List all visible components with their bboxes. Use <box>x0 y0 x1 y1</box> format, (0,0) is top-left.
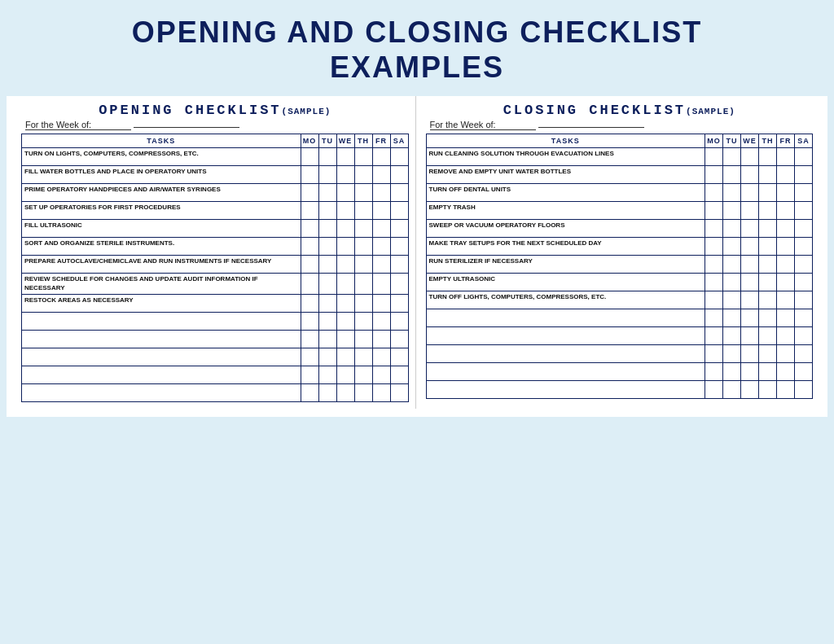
day-checkbox-cell[interactable] <box>301 348 318 366</box>
day-checkbox-cell[interactable] <box>336 274 354 295</box>
day-checkbox-cell[interactable] <box>723 291 741 309</box>
day-checkbox-cell[interactable] <box>354 166 372 184</box>
day-checkbox-cell[interactable] <box>318 295 336 313</box>
day-checkbox-cell[interactable] <box>723 327 741 345</box>
day-checkbox-cell[interactable] <box>372 384 390 402</box>
day-checkbox-cell[interactable] <box>336 331 354 348</box>
day-checkbox-cell[interactable] <box>390 384 408 402</box>
day-checkbox-cell[interactable] <box>354 202 372 220</box>
day-checkbox-cell[interactable] <box>336 295 354 313</box>
day-checkbox-cell[interactable] <box>372 274 390 295</box>
day-checkbox-cell[interactable] <box>372 148 390 166</box>
day-checkbox-cell[interactable] <box>795 184 813 202</box>
day-checkbox-cell[interactable] <box>741 345 759 363</box>
day-checkbox-cell[interactable] <box>705 166 723 184</box>
day-checkbox-cell[interactable] <box>741 166 759 184</box>
day-checkbox-cell[interactable] <box>390 331 408 348</box>
day-checkbox-cell[interactable] <box>336 348 354 366</box>
day-checkbox-cell[interactable] <box>354 348 372 366</box>
day-checkbox-cell[interactable] <box>336 184 354 202</box>
day-checkbox-cell[interactable] <box>759 220 777 238</box>
day-checkbox-cell[interactable] <box>301 238 318 256</box>
day-checkbox-cell[interactable] <box>741 238 759 256</box>
day-checkbox-cell[interactable] <box>723 309 741 327</box>
day-checkbox-cell[interactable] <box>759 381 777 399</box>
day-checkbox-cell[interactable] <box>318 366 336 384</box>
day-checkbox-cell[interactable] <box>354 238 372 256</box>
day-checkbox-cell[interactable] <box>741 202 759 220</box>
day-checkbox-cell[interactable] <box>318 384 336 402</box>
day-checkbox-cell[interactable] <box>301 202 318 220</box>
day-checkbox-cell[interactable] <box>354 184 372 202</box>
day-checkbox-cell[interactable] <box>372 348 390 366</box>
day-checkbox-cell[interactable] <box>354 313 372 331</box>
day-checkbox-cell[interactable] <box>723 148 741 166</box>
day-checkbox-cell[interactable] <box>318 220 336 238</box>
day-checkbox-cell[interactable] <box>318 148 336 166</box>
day-checkbox-cell[interactable] <box>390 256 408 274</box>
day-checkbox-cell[interactable] <box>741 148 759 166</box>
day-checkbox-cell[interactable] <box>301 274 318 295</box>
day-checkbox-cell[interactable] <box>301 166 318 184</box>
day-checkbox-cell[interactable] <box>705 274 723 291</box>
day-checkbox-cell[interactable] <box>705 256 723 274</box>
day-checkbox-cell[interactable] <box>354 220 372 238</box>
day-checkbox-cell[interactable] <box>759 309 777 327</box>
day-checkbox-cell[interactable] <box>705 202 723 220</box>
day-checkbox-cell[interactable] <box>318 331 336 348</box>
day-checkbox-cell[interactable] <box>741 363 759 381</box>
day-checkbox-cell[interactable] <box>705 238 723 256</box>
day-checkbox-cell[interactable] <box>390 184 408 202</box>
day-checkbox-cell[interactable] <box>759 345 777 363</box>
day-checkbox-cell[interactable] <box>723 256 741 274</box>
day-checkbox-cell[interactable] <box>301 366 318 384</box>
day-checkbox-cell[interactable] <box>301 148 318 166</box>
day-checkbox-cell[interactable] <box>354 331 372 348</box>
day-checkbox-cell[interactable] <box>741 256 759 274</box>
day-checkbox-cell[interactable] <box>777 202 795 220</box>
day-checkbox-cell[interactable] <box>372 166 390 184</box>
day-checkbox-cell[interactable] <box>318 166 336 184</box>
day-checkbox-cell[interactable] <box>795 381 813 399</box>
day-checkbox-cell[interactable] <box>318 313 336 331</box>
day-checkbox-cell[interactable] <box>372 220 390 238</box>
day-checkbox-cell[interactable] <box>390 366 408 384</box>
day-checkbox-cell[interactable] <box>795 166 813 184</box>
day-checkbox-cell[interactable] <box>795 238 813 256</box>
day-checkbox-cell[interactable] <box>723 220 741 238</box>
day-checkbox-cell[interactable] <box>318 238 336 256</box>
day-checkbox-cell[interactable] <box>318 348 336 366</box>
day-checkbox-cell[interactable] <box>777 274 795 291</box>
day-checkbox-cell[interactable] <box>705 291 723 309</box>
day-checkbox-cell[interactable] <box>390 274 408 295</box>
day-checkbox-cell[interactable] <box>372 295 390 313</box>
day-checkbox-cell[interactable] <box>336 166 354 184</box>
day-checkbox-cell[interactable] <box>336 366 354 384</box>
day-checkbox-cell[interactable] <box>318 184 336 202</box>
day-checkbox-cell[interactable] <box>336 220 354 238</box>
day-checkbox-cell[interactable] <box>354 274 372 295</box>
day-checkbox-cell[interactable] <box>390 295 408 313</box>
day-checkbox-cell[interactable] <box>777 166 795 184</box>
day-checkbox-cell[interactable] <box>777 148 795 166</box>
day-checkbox-cell[interactable] <box>354 384 372 402</box>
day-checkbox-cell[interactable] <box>372 184 390 202</box>
day-checkbox-cell[interactable] <box>390 148 408 166</box>
day-checkbox-cell[interactable] <box>372 256 390 274</box>
day-checkbox-cell[interactable] <box>759 166 777 184</box>
day-checkbox-cell[interactable] <box>723 202 741 220</box>
day-checkbox-cell[interactable] <box>301 331 318 348</box>
day-checkbox-cell[interactable] <box>777 238 795 256</box>
day-checkbox-cell[interactable] <box>723 345 741 363</box>
day-checkbox-cell[interactable] <box>318 256 336 274</box>
day-checkbox-cell[interactable] <box>336 256 354 274</box>
day-checkbox-cell[interactable] <box>795 291 813 309</box>
day-checkbox-cell[interactable] <box>723 381 741 399</box>
day-checkbox-cell[interactable] <box>301 295 318 313</box>
day-checkbox-cell[interactable] <box>759 291 777 309</box>
day-checkbox-cell[interactable] <box>390 166 408 184</box>
day-checkbox-cell[interactable] <box>777 291 795 309</box>
day-checkbox-cell[interactable] <box>759 327 777 345</box>
day-checkbox-cell[interactable] <box>301 220 318 238</box>
day-checkbox-cell[interactable] <box>318 274 336 295</box>
